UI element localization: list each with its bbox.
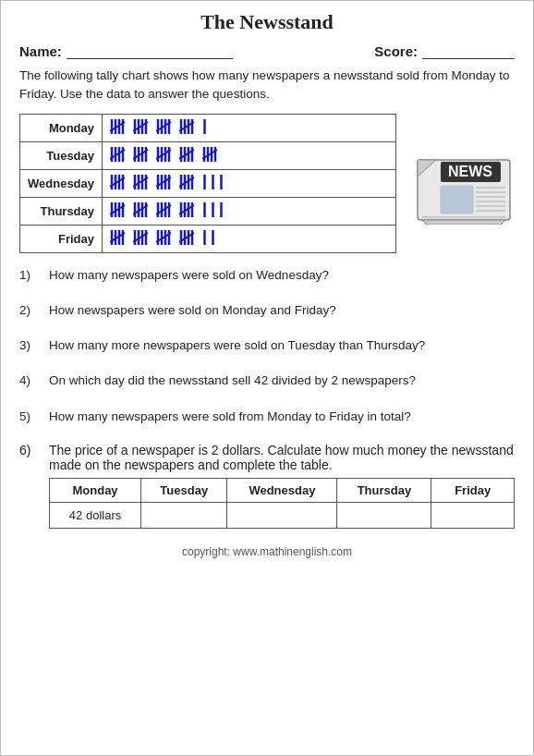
money-table-header: Wednesday — [227, 478, 337, 502]
tally-marks — [103, 141, 396, 169]
tally-marks — [103, 114, 396, 141]
money-table: MondayTuesdayWednesdayThursdayFriday42 d… — [49, 478, 515, 529]
score-label: Score: — [374, 43, 418, 59]
question-num-1: 1) — [19, 266, 40, 285]
tally-chart: MondayTuesdayWednesdayThursdayFriday — [19, 114, 396, 253]
money-table-header: Thursday — [337, 478, 431, 502]
question-text-2: How newspapers were sold on Monday and F… — [49, 301, 515, 320]
question-4: 4)On which day did the newsstand sell 42… — [19, 372, 515, 390]
name-blank[interactable] — [67, 58, 233, 59]
newspaper-image: NEWS — [413, 141, 515, 225]
money-table-cell[interactable] — [337, 502, 431, 528]
question-5: 5)How many newspapers were sold from Mon… — [19, 408, 515, 426]
tally-day-label: Monday — [20, 114, 103, 141]
question-num-3: 3) — [19, 336, 40, 355]
question-text-3: How many more newspapers were sold on Tu… — [49, 336, 515, 355]
tally-day-label: Friday — [20, 225, 103, 252]
money-table-cell[interactable] — [431, 502, 515, 528]
money-table-header: Tuesday — [141, 478, 227, 502]
question-text-4: On which day did the newsstand sell 42 d… — [49, 372, 515, 390]
questions-section: 1)How many newspapers were sold on Wedne… — [19, 266, 515, 529]
money-table-cell[interactable] — [227, 502, 337, 528]
question-2: 2)How newspapers were sold on Monday and… — [19, 301, 515, 320]
svg-marker-126 — [422, 220, 505, 225]
tally-day-label: Thursday — [20, 197, 103, 225]
answer-table-wrapper: 6)The price of a newspaper is 2 dollars.… — [19, 443, 515, 529]
name-label: Name: — [19, 43, 62, 59]
question-num-6: 6) — [19, 443, 40, 529]
score-blank[interactable] — [422, 58, 515, 59]
question-6-text: The price of a newspaper is 2 dollars. C… — [49, 443, 515, 472]
money-table-cell[interactable] — [141, 502, 227, 528]
question-num-2: 2) — [19, 301, 40, 320]
question-1: 1)How many newspapers were sold on Wedne… — [19, 266, 515, 285]
money-table-header: Monday — [50, 478, 141, 502]
tally-day-label: Wednesday — [20, 169, 103, 197]
question-text-1: How many newspapers were sold on Wednesd… — [49, 266, 515, 285]
tally-marks — [103, 197, 396, 225]
tally-marks — [103, 169, 396, 197]
question-num-5: 5) — [19, 408, 40, 426]
question-3: 3)How many more newspapers were sold on … — [19, 336, 515, 355]
page-title: The Newsstand — [19, 10, 515, 34]
tally-day-label: Tuesday — [20, 141, 103, 169]
tally-marks — [103, 225, 396, 252]
question-text-5: How many newspapers were sold from Monda… — [49, 408, 515, 426]
svg-rect-118 — [441, 186, 473, 213]
svg-text:NEWS: NEWS — [448, 164, 492, 179]
copyright: copyright: www.mathinenglish.com — [19, 545, 515, 564]
money-table-cell: 42 dollars — [50, 502, 141, 528]
question-num-4: 4) — [19, 372, 40, 390]
money-table-header: Friday — [431, 478, 515, 502]
intro-text: The following tally chart shows how many… — [19, 67, 515, 104]
question-6-content: The price of a newspaper is 2 dollars. C… — [49, 443, 515, 529]
